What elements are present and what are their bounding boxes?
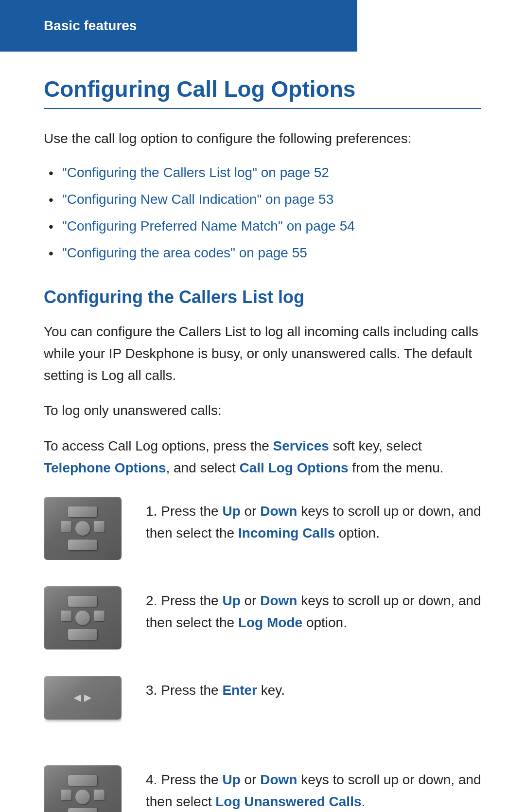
page-title: Configuring Call Log Options	[44, 76, 481, 109]
nav-side-btns-4	[61, 790, 105, 804]
main-content: Configuring Call Log Options Use the cal…	[0, 52, 525, 812]
link-new-call-indication[interactable]: "Configuring New Call Indication" on pag…	[62, 189, 333, 210]
nav-down-btn	[68, 540, 97, 550]
step-end-2: option.	[302, 615, 347, 630]
nav-button-icon-4	[44, 765, 122, 812]
step-down-1: Down	[260, 504, 297, 519]
nav-down-btn-2	[68, 629, 97, 640]
list-item: "Configuring the area codes" on page 55	[49, 243, 481, 264]
enter-btn-label: ◀ ▶	[74, 692, 91, 703]
access-text-4: from the menu.	[348, 460, 443, 475]
header-bar: Basic features	[0, 0, 357, 52]
step-text-pre-3: Press the	[161, 683, 222, 698]
step-image-3: ◀ ▶	[44, 676, 122, 739]
step-down-2: Down	[260, 593, 297, 608]
step-content-2: 2.Press the Up or Down keys to scroll up…	[146, 586, 481, 634]
link-area-codes[interactable]: "Configuring the area codes" on page 55	[62, 243, 307, 263]
step-highlight-1: Incoming Calls	[238, 525, 335, 541]
step-row-4: 4.Press the Up or Down keys to scroll up…	[44, 765, 481, 812]
step-text-pre-4: Press the	[161, 772, 222, 787]
step-end-4: .	[362, 794, 366, 809]
nav-right-btn-2	[94, 611, 105, 621]
nav-left-btn-4	[61, 790, 71, 800]
step-number-1: 1.	[146, 504, 157, 519]
access-text-2: soft key, select	[329, 438, 422, 453]
nav-button-icon-1	[44, 497, 122, 560]
nav-side-btns	[61, 521, 105, 536]
section-title: Configuring the Callers List log	[44, 287, 481, 307]
step-list: 1.Press the Up or Down keys to scroll up…	[44, 497, 481, 812]
nav-right-btn	[94, 521, 105, 532]
nav-up-btn-2	[68, 596, 97, 607]
link-preferred-name-match[interactable]: "Configuring Preferred Name Match" on pa…	[62, 216, 355, 236]
telephone-options-label: Telephone Options	[44, 460, 166, 475]
step-mid1-1: or	[241, 504, 260, 519]
step-number-4: 4.	[146, 772, 157, 787]
step-image-1	[44, 497, 122, 560]
step-image-2	[44, 586, 122, 650]
list-item: "Configuring Preferred Name Match" on pa…	[49, 216, 481, 237]
section-body-1: You can configure the Callers List to lo…	[44, 321, 481, 386]
enter-button-icon: ◀ ▶	[44, 676, 122, 720]
nav-down-btn-4	[68, 808, 97, 812]
access-instruction: To access Call Log options, press the Se…	[44, 435, 481, 479]
access-text-1: To access Call Log options, press the	[44, 438, 273, 453]
step-number-3: 3.	[146, 683, 157, 698]
step-up-1: Up	[222, 504, 240, 519]
step-text-pre-2: Press the	[161, 593, 222, 608]
step-mid1-2: or	[241, 593, 260, 608]
section-body-2: To log only unanswered calls:	[44, 400, 481, 422]
nav-center-circle-2	[75, 611, 90, 625]
step-row-1: 1.Press the Up or Down keys to scroll up…	[44, 497, 481, 560]
step-mid1-4: or	[241, 772, 260, 787]
call-log-options-label: Call Log Options	[239, 460, 348, 475]
step-image-4	[44, 765, 122, 812]
step-content-4: 4.Press the Up or Down keys to scroll up…	[146, 765, 481, 812]
nav-right-btn-4	[94, 790, 105, 800]
step-highlight-3: Enter	[222, 683, 257, 698]
access-text-3: , and select	[166, 460, 239, 475]
nav-side-btns-2	[61, 611, 105, 625]
header-label: Basic features	[44, 18, 137, 34]
step-number-2: 2.	[146, 593, 157, 608]
step-up-4: Up	[222, 772, 240, 787]
step-highlight-4: Log Unanswered Calls	[215, 794, 361, 809]
nav-left-btn-2	[61, 611, 71, 621]
list-item: "Configuring the Callers List log" on pa…	[49, 162, 481, 183]
step-down-4: Down	[260, 772, 297, 787]
nav-center-circle	[75, 521, 90, 536]
bullet-list: "Configuring the Callers List log" on pa…	[49, 162, 481, 264]
nav-button-icon-2	[44, 586, 122, 650]
step-end-1: option.	[335, 525, 380, 541]
intro-text: Use the call log option to configure the…	[44, 128, 481, 149]
step-row-3: ◀ ▶ 3.Press the Enter key.	[44, 676, 481, 739]
services-label: Services	[273, 438, 329, 453]
step-up-2: Up	[222, 593, 240, 608]
list-item: "Configuring New Call Indication" on pag…	[49, 189, 481, 210]
nav-left-btn	[61, 521, 71, 532]
step-content-1: 1.Press the Up or Down keys to scroll up…	[146, 497, 481, 544]
step-content-3: 3.Press the Enter key.	[146, 676, 481, 702]
nav-center-circle-4	[75, 790, 90, 804]
link-callers-list[interactable]: "Configuring the Callers List log" on pa…	[62, 162, 329, 183]
step-end-3: key.	[257, 683, 285, 698]
step-text-pre-1: Press the	[161, 504, 222, 519]
nav-up-btn-4	[68, 775, 97, 786]
step-highlight-2: Log Mode	[238, 615, 302, 630]
nav-up-btn	[68, 506, 97, 517]
step-row-2: 2.Press the Up or Down keys to scroll up…	[44, 586, 481, 650]
